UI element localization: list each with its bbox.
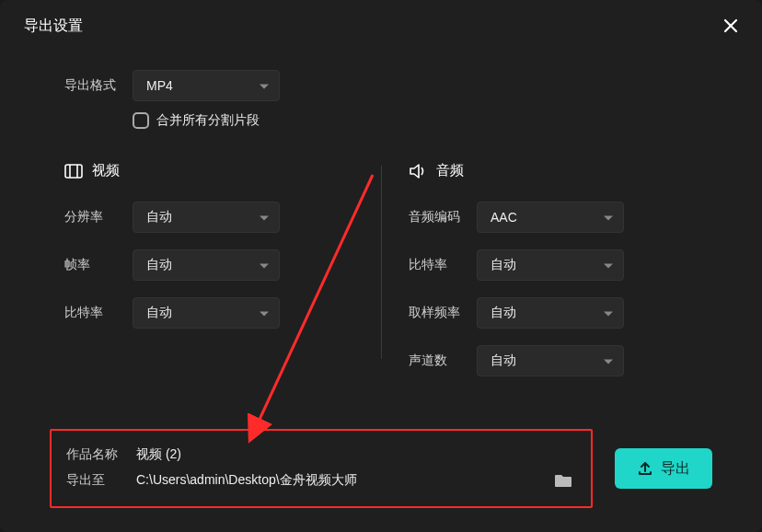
browse-folder-button[interactable] (550, 470, 576, 491)
fps-row: 帧率 自动 (64, 249, 353, 281)
upload-icon (637, 460, 653, 477)
video-header-text: 视频 (92, 162, 120, 179)
format-value: MP4 (146, 78, 173, 93)
export-button-label: 导出 (661, 459, 690, 479)
codec-label: 音频编码 (409, 209, 477, 226)
format-select[interactable]: MP4 (133, 70, 280, 101)
resolution-value: 自动 (146, 209, 172, 226)
output-path-value: C:\Users\admin\Desktop\金舟视频大师 (136, 472, 550, 489)
video-bitrate-row: 比特率 自动 (64, 297, 353, 329)
export-settings-dialog: 导出设置 导出格式 MP4 合并所有分割片段 视频 (0, 0, 762, 532)
format-row: 导出格式 MP4 (64, 70, 698, 101)
chevron-down-icon (603, 305, 614, 321)
fps-value: 自动 (146, 257, 172, 273)
audio-bitrate-select[interactable]: 自动 (477, 249, 624, 281)
audio-header: 音频 (409, 162, 698, 179)
resolution-label: 分辨率 (64, 209, 133, 226)
channels-label: 声道数 (409, 353, 477, 369)
resolution-row: 分辨率 自动 (64, 202, 353, 233)
video-header: 视频 (64, 162, 353, 179)
format-label: 导出格式 (64, 77, 133, 94)
close-button[interactable] (718, 13, 744, 39)
output-path-label: 导出至 (66, 472, 136, 489)
audio-bitrate-row: 比特率 自动 (409, 249, 698, 281)
video-column: 视频 分辨率 自动 帧率 自动 比特率 (64, 162, 353, 393)
video-bitrate-value: 自动 (146, 305, 172, 321)
audio-header-text: 音频 (436, 162, 464, 179)
chevron-down-icon (259, 305, 270, 321)
chevron-down-icon (259, 77, 270, 94)
audio-column: 音频 音频编码 AAC 比特率 自动 (353, 162, 698, 393)
output-name-label: 作品名称 (66, 446, 136, 463)
codec-select[interactable]: AAC (477, 202, 624, 233)
bottom-bar: 作品名称 视频 (2) 导出至 C:\Users\admin\Desktop\金… (50, 429, 712, 508)
samplerate-label: 取样频率 (409, 305, 477, 321)
svg-rect-2 (65, 165, 82, 178)
channels-select[interactable]: 自动 (477, 345, 624, 376)
chevron-down-icon (603, 353, 614, 369)
close-icon (722, 17, 739, 34)
output-box: 作品名称 视频 (2) 导出至 C:\Users\admin\Desktop\金… (50, 429, 593, 508)
settings-columns: 视频 分辨率 自动 帧率 自动 比特率 (64, 162, 698, 393)
samplerate-select[interactable]: 自动 (477, 297, 624, 329)
export-button[interactable]: 导出 (615, 448, 712, 489)
audio-bitrate-label: 比特率 (409, 257, 477, 273)
column-divider (381, 166, 382, 359)
video-bitrate-label: 比特率 (64, 305, 133, 321)
output-name-value[interactable]: 视频 (2) (136, 446, 576, 463)
dialog-title: 导出设置 (24, 17, 83, 36)
samplerate-value: 自动 (491, 305, 516, 321)
audio-icon (409, 163, 427, 179)
audio-bitrate-value: 自动 (491, 257, 516, 273)
chevron-down-icon (603, 257, 614, 273)
folder-icon (554, 473, 572, 488)
samplerate-row: 取样频率 自动 (409, 297, 698, 329)
codec-value: AAC (491, 210, 517, 225)
merge-checkbox[interactable] (133, 112, 149, 129)
resolution-select[interactable]: 自动 (133, 202, 280, 233)
chevron-down-icon (603, 209, 614, 226)
fps-label: 帧率 (64, 257, 133, 273)
dialog-body: 导出格式 MP4 合并所有分割片段 视频 分辨率 (0, 48, 762, 393)
output-path-row: 导出至 C:\Users\admin\Desktop\金舟视频大师 (66, 468, 576, 493)
chevron-down-icon (259, 257, 270, 273)
titlebar: 导出设置 (0, 0, 762, 48)
merge-label: 合并所有分割片段 (156, 112, 260, 129)
chevron-down-icon (259, 209, 270, 226)
channels-row: 声道数 自动 (409, 345, 698, 376)
video-icon (64, 164, 83, 179)
output-name-row: 作品名称 视频 (2) (66, 442, 576, 468)
codec-row: 音频编码 AAC (409, 202, 698, 233)
merge-row: 合并所有分割片段 (133, 112, 698, 129)
video-bitrate-select[interactable]: 自动 (133, 297, 280, 329)
fps-select[interactable]: 自动 (133, 249, 280, 281)
channels-value: 自动 (491, 353, 516, 369)
